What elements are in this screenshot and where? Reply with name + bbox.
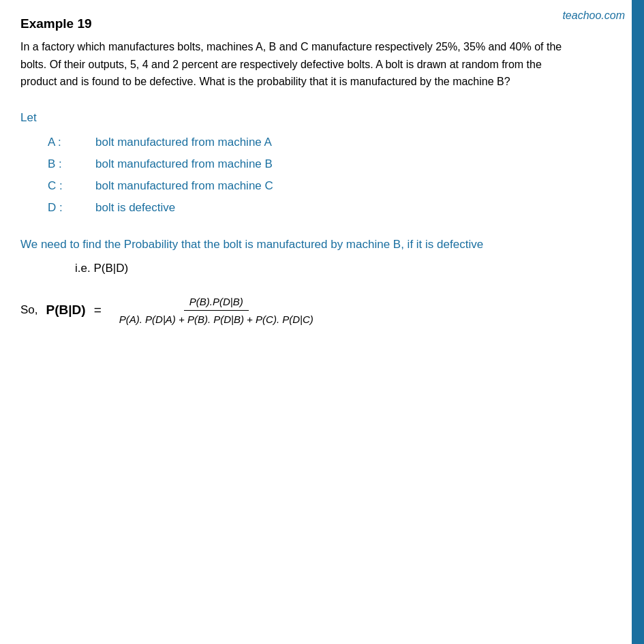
definition-row-d: D : bolt is defective [48, 201, 572, 215]
formula-fraction: P(B).P(D|B) P(A). P(D|A) + P(B). P(D|B) … [114, 296, 319, 325]
def-label-b: B : [48, 157, 95, 171]
def-label-c: C : [48, 179, 95, 193]
definition-row-b: B : bolt manufactured from machine B [48, 157, 572, 171]
def-value-c: bolt manufactured from machine C [95, 179, 273, 193]
ie-label: i.e. P(B|D) [75, 262, 128, 275]
ie-row: i.e. P(B|D) [48, 262, 572, 289]
def-value-b: bolt manufactured from machine B [95, 157, 273, 171]
def-label-a: A : [48, 136, 95, 149]
example-title: Example 19 [20, 16, 572, 31]
def-value-a: bolt manufactured from machine A [95, 136, 272, 149]
definition-row-c: C : bolt manufactured from machine C [48, 179, 572, 193]
main-content: Example 19 In a factory which manufactur… [0, 0, 613, 346]
page-container: teachoo.com Example 19 In a factory whic… [0, 0, 644, 644]
def-value-d: bolt is defective [95, 201, 175, 215]
logo: teachoo.com [562, 10, 625, 22]
we-need-text: We need to find the Probability that the… [20, 235, 572, 255]
let-label: Let [20, 111, 572, 125]
so-section: So, P(B|D) = P(B).P(D|B) P(A). P(D|A) + … [20, 296, 572, 325]
right-bar [632, 0, 644, 644]
definition-row-a: A : bolt manufactured from machine A [48, 136, 572, 149]
formula-lhs: P(B|D) [46, 303, 86, 318]
formula-numerator: P(B).P(D|B) [184, 296, 249, 311]
problem-text: In a factory which manufactures bolts, m… [20, 38, 572, 91]
so-label: So, [20, 303, 38, 317]
formula-denominator: P(A). P(D|A) + P(B). P(D|B) + P(C). P(D|… [114, 311, 319, 325]
def-label-d: D : [48, 201, 95, 215]
definitions-list: A : bolt manufactured from machine A B :… [48, 136, 572, 215]
formula-equals: = [94, 303, 102, 318]
